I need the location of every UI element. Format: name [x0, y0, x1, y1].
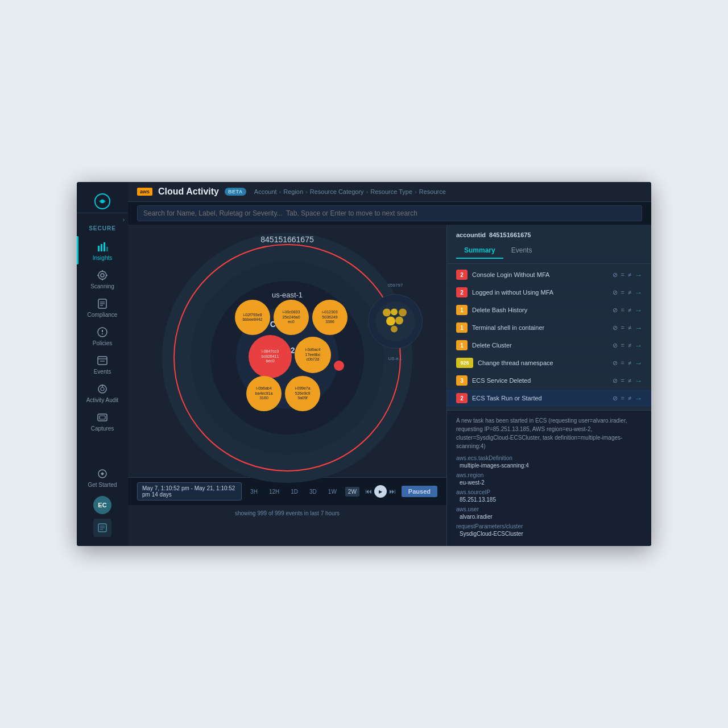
bubble-6[interactable]: i-0b6ab4ba4ec91a3160 — [246, 376, 282, 411]
detail-key: aws.region — [456, 472, 642, 478]
svg-point-6 — [98, 271, 106, 279]
block-icon[interactable]: ⊘ — [613, 342, 618, 349]
skip-back-button[interactable]: ⏮ — [365, 487, 372, 495]
sidebar-item-activity-audit[interactable]: Activity Audit — [77, 378, 128, 407]
svg-point-7 — [101, 274, 104, 277]
help-icon[interactable] — [93, 519, 111, 537]
noteq-icon[interactable]: ≠ — [628, 359, 631, 366]
time-1w[interactable]: 1W — [325, 487, 340, 497]
event-item[interactable]: 926 Change thread namespace ⊘ = ≠ → — [447, 354, 651, 372]
event-badge: 1 — [456, 340, 468, 350]
eq-icon[interactable]: = — [621, 395, 624, 402]
detail-key: requestParameters/cluster — [456, 523, 642, 530]
time-2w[interactable]: 2W — [345, 487, 359, 497]
event-item[interactable]: 1 Delete Cluster ⊘ = ≠ → — [447, 337, 651, 354]
block-icon[interactable]: ⊘ — [613, 324, 618, 332]
noteq-icon[interactable]: ≠ — [628, 289, 631, 296]
scanning-label: Scanning — [90, 283, 114, 289]
svg-point-1 — [101, 200, 104, 203]
eq-icon[interactable]: = — [621, 342, 624, 349]
play-button[interactable]: ▶ — [374, 485, 387, 498]
event-badge: 2 — [456, 393, 468, 403]
noteq-icon[interactable]: ≠ — [628, 377, 631, 384]
event-item[interactable]: 1 Delete Bash History ⊘ = ≠ → — [447, 301, 651, 319]
block-icon[interactable]: ⊘ — [613, 377, 618, 384]
eq-icon[interactable]: = — [621, 307, 624, 313]
bubble-2[interactable]: i-00c083325e246a0ec0 — [274, 300, 309, 335]
bubble-3[interactable]: i-01230350362493386 — [312, 300, 348, 335]
event-item[interactable]: 2 Console Login Without MFA ⊘ = ≠ → — [447, 266, 651, 284]
block-icon[interactable]: ⊘ — [613, 289, 618, 296]
avatar[interactable]: EC — [93, 496, 111, 514]
bubble-1[interactable]: i-02f793e8bbbee8442 — [235, 300, 270, 335]
nav-arrow[interactable]: → — [635, 394, 642, 403]
red-dot[interactable] — [334, 361, 344, 371]
breadcrumb-type[interactable]: Resource Type — [370, 188, 412, 195]
captures-icon — [96, 411, 109, 424]
event-actions: ⊘ = ≠ → — [613, 394, 642, 403]
breadcrumb-resource[interactable]: Resource — [419, 188, 446, 195]
svg-rect-26 — [100, 416, 105, 419]
nav-arrow[interactable]: → — [635, 271, 642, 279]
tabs-row: Summary Events — [456, 243, 642, 259]
breadcrumb-region[interactable]: Region — [283, 188, 303, 195]
time-12h[interactable]: 12H — [266, 487, 282, 497]
sidebar-item-scanning[interactable]: Scanning — [77, 264, 128, 293]
svg-rect-5 — [106, 247, 108, 251]
eq-icon[interactable]: = — [621, 271, 624, 278]
svg-rect-3 — [101, 244, 102, 251]
tab-events[interactable]: Events — [503, 243, 540, 259]
bubble-5[interactable]: i-0d6ac417ee8bcc0b72d — [295, 337, 331, 373]
expand-button[interactable]: › — [123, 217, 125, 223]
nav-arrow[interactable]: → — [635, 341, 642, 350]
event-actions: ⊘ = ≠ → — [613, 324, 642, 332]
sidebar-logo — [77, 188, 128, 213]
event-item-selected[interactable]: 2 ECS Task Run or Started ⊘ = ≠ → — [447, 390, 651, 407]
event-name: Delete Cluster — [472, 342, 608, 349]
mini-viz: 059797 US-e... — [367, 293, 424, 350]
search-input[interactable] — [137, 205, 642, 221]
viz-panel: 845151661675 us-east-1 Compute EC2 i-02f… — [128, 225, 446, 546]
block-icon[interactable]: ⊘ — [613, 307, 618, 314]
sidebar-item-insights[interactable]: Insights — [77, 236, 128, 264]
event-item[interactable]: 2 Logged in without Using MFA ⊘ = ≠ → — [447, 284, 651, 301]
eq-icon[interactable]: = — [621, 289, 624, 296]
tab-summary[interactable]: Summary — [456, 243, 503, 259]
event-item[interactable]: 1 Terminal shell in container ⊘ = ≠ → — [447, 319, 651, 337]
detail-field-1: aws.ecs.taskDefinition multiple-images-s… — [456, 455, 642, 469]
noteq-icon[interactable]: ≠ — [628, 271, 631, 278]
noteq-icon[interactable]: ≠ — [628, 395, 631, 402]
nav-arrow[interactable]: → — [635, 288, 642, 297]
sidebar-item-get-started[interactable]: Get Started — [77, 463, 128, 491]
sidebar-item-captures[interactable]: Captures — [77, 407, 128, 435]
sidebar-item-compliance[interactable]: Compliance — [77, 293, 128, 321]
nav-arrow[interactable]: → — [635, 306, 642, 315]
eq-icon[interactable]: = — [621, 324, 624, 331]
nav-arrow[interactable]: → — [635, 324, 642, 332]
breadcrumb-account[interactable]: Account — [254, 188, 277, 195]
noteq-icon[interactable]: ≠ — [628, 324, 631, 331]
noteq-icon[interactable]: ≠ — [628, 307, 631, 313]
time-1d[interactable]: 1D — [288, 487, 301, 497]
nav-arrow[interactable]: → — [635, 377, 642, 385]
bubble-7[interactable]: i-099e7a526e9c99a09f — [285, 376, 320, 411]
event-badge: 2 — [456, 287, 468, 297]
event-item[interactable]: 3 ECS Service Deleted ⊘ = ≠ → — [447, 372, 651, 390]
breadcrumb-category[interactable]: Resource Category — [310, 188, 364, 195]
eq-icon[interactable]: = — [621, 359, 624, 366]
block-icon[interactable]: ⊘ — [613, 395, 618, 402]
bubble-4[interactable]: i-0847cc3bc826411bec0 — [249, 335, 292, 378]
right-header: accountid 845151661675 Summary Events — [447, 225, 651, 264]
nav-arrow[interactable]: → — [635, 359, 642, 367]
time-3h[interactable]: 3H — [247, 487, 260, 497]
skip-forward-button[interactable]: ⏭ — [389, 487, 396, 495]
sidebar-item-events[interactable]: Events — [77, 350, 128, 378]
eq-icon[interactable]: = — [621, 377, 624, 384]
time-3d[interactable]: 3D — [307, 487, 320, 497]
noteq-icon[interactable]: ≠ — [628, 342, 631, 349]
paused-button[interactable]: Paused — [402, 486, 437, 497]
block-icon[interactable]: ⊘ — [613, 271, 618, 279]
sidebar-item-policies[interactable]: Policies — [77, 321, 128, 350]
account-id-viz: 845151661675 — [260, 235, 313, 244]
block-icon[interactable]: ⊘ — [613, 359, 618, 367]
